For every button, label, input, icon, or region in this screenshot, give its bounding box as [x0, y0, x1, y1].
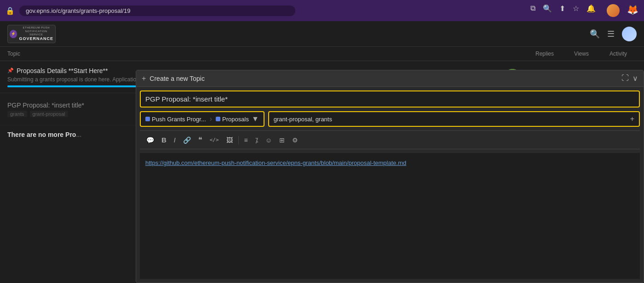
- governance-label: GOVERNANCE: [19, 36, 53, 41]
- image-icon[interactable]: 🖼: [224, 135, 236, 146]
- url-bar[interactable]: gov.epns.io/c/grants/grants-proposal/19: [19, 6, 295, 16]
- logo-subtitle: ETHEREUM PUSHNOTIFICATION SERVICE: [19, 26, 53, 36]
- cat-tags-row: Push Grants Progr... › Proposals ▼ grant…: [140, 111, 640, 127]
- extension-icon[interactable]: 🦊: [627, 4, 638, 17]
- toolbar-divider: [238, 136, 239, 144]
- menu-icon[interactable]: ☰: [607, 29, 615, 39]
- topic-title-input[interactable]: [141, 91, 639, 107]
- tag: grants: [7, 111, 27, 117]
- browser-avatar: [607, 4, 620, 17]
- bold-icon[interactable]: B: [159, 134, 169, 146]
- emoji-icon[interactable]: ☺: [263, 135, 275, 146]
- logo-box: ⚡ ETHEREUM PUSHNOTIFICATION SERVICE GOVE…: [7, 25, 56, 43]
- logo-area[interactable]: ⚡ ETHEREUM PUSHNOTIFICATION SERVICE GOVE…: [7, 25, 56, 43]
- bookmark-icon[interactable]: ☆: [573, 4, 579, 17]
- search-icon[interactable]: 🔍: [590, 29, 600, 39]
- category-label-1: Push Grants Progr...: [152, 116, 206, 123]
- title-input-wrapper: [140, 91, 640, 108]
- browser-search-icon[interactable]: 🔍: [543, 4, 552, 17]
- header-right: 🔍 ☰: [590, 27, 637, 41]
- expand-icon[interactable]: ⛶: [621, 74, 629, 83]
- new-tab-icon[interactable]: ⧉: [530, 4, 535, 17]
- views-col-header: Views: [563, 51, 600, 57]
- browser-bar: 🔒 gov.epns.io/c/grants/grants-proposal/1…: [0, 0, 644, 21]
- category-selector[interactable]: Push Grants Progr... › Proposals ▼: [140, 111, 264, 127]
- settings-icon[interactable]: ⚙: [289, 135, 301, 146]
- modal-header-actions: ⛶ ∨: [621, 74, 638, 83]
- topic-title-text: PGP Proposal: *insert title*: [7, 102, 84, 109]
- category-dot: [145, 117, 150, 121]
- site-header: ⚡ ETHEREUM PUSHNOTIFICATION SERVICE GOVE…: [0, 21, 644, 47]
- lock-icon: 🔒: [6, 6, 15, 15]
- tags-value: grant-proposal, grants: [274, 116, 627, 123]
- speech-bubble-icon[interactable]: 💬: [144, 135, 157, 146]
- logo-text: ETHEREUM PUSHNOTIFICATION SERVICE GOVERN…: [19, 26, 53, 41]
- share-icon[interactable]: ⬆: [559, 4, 565, 17]
- category-chevron-icon: ▼: [252, 115, 259, 123]
- table-icon[interactable]: ⊞: [276, 135, 288, 146]
- cat-separator: ›: [210, 115, 212, 123]
- replies-col-header: Replies: [526, 51, 563, 57]
- user-avatar[interactable]: [622, 27, 637, 41]
- editor-content[interactable]: https://github.com/ethereum-push-notific…: [140, 153, 640, 279]
- blockquote-icon[interactable]: ❝: [196, 134, 205, 146]
- bullet-list-icon[interactable]: ≡: [242, 135, 251, 146]
- table-header: Topic Replies Views Activity: [0, 47, 644, 61]
- modal-body: Push Grants Progr... › Proposals ▼ grant…: [136, 87, 644, 283]
- italic-icon[interactable]: I: [171, 135, 178, 146]
- pin-icon: 📌: [7, 68, 14, 74]
- topic-col-header: Topic: [7, 51, 526, 57]
- category-item-2: Proposals: [216, 116, 249, 123]
- modal-header: + Create a new Topic ⛶ ∨: [136, 70, 644, 87]
- create-topic-modal: + Create a new Topic ⛶ ∨ Push Grants Pro…: [136, 70, 644, 283]
- category-label-2: Proposals: [222, 116, 249, 123]
- editor-toolbar: 💬 B I 🔗 ❝ </> 🖼 ≡ ⁒ ☺ ⊞ ⚙: [140, 130, 640, 149]
- collapse-icon[interactable]: ∨: [632, 74, 638, 83]
- category-item-1: Push Grants Progr...: [145, 116, 206, 123]
- activity-col-header: Activity: [600, 51, 637, 57]
- tags-input-wrapper[interactable]: grant-proposal, grants +: [268, 111, 640, 127]
- modal-plus-icon[interactable]: +: [142, 74, 146, 83]
- logo-icon: ⚡: [10, 30, 17, 38]
- link-icon[interactable]: 🔗: [180, 135, 194, 146]
- modal-header-title: Create a new Topic: [150, 75, 618, 82]
- tags-plus-icon[interactable]: +: [630, 115, 634, 123]
- code-icon[interactable]: </>: [207, 135, 222, 145]
- category-dot: [216, 117, 220, 121]
- numbered-list-icon[interactable]: ⁒: [253, 135, 261, 146]
- notification-icon[interactable]: 🔔: [586, 4, 596, 17]
- tag: grant-proposal: [30, 111, 68, 117]
- editor-link: https://github.com/ethereum-push-notific…: [145, 159, 406, 166]
- topic-title-text: Proposals Details **Start Here**: [17, 67, 108, 74]
- browser-actions: ⧉ 🔍 ⬆ ☆ 🔔 🦊: [530, 4, 638, 17]
